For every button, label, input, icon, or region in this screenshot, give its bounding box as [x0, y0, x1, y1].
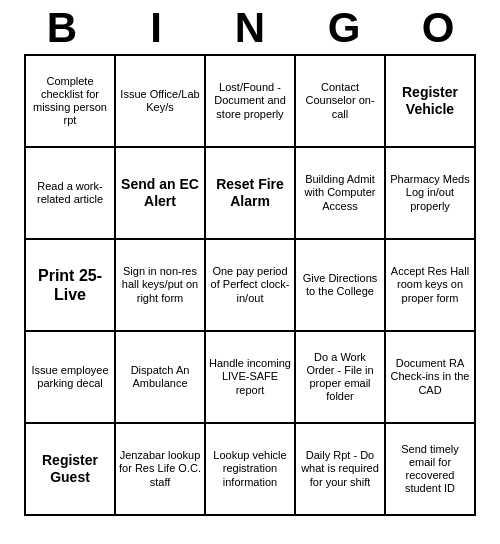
- cell-r1-c1: Send an EC Alert: [116, 148, 206, 240]
- cell-r3-c4: Document RA Check-ins in the CAD: [386, 332, 476, 424]
- cell-r0-c1: Issue Office/Lab Key/s: [116, 56, 206, 148]
- cell-r3-c2: Handle incoming LIVE-SAFE report: [206, 332, 296, 424]
- bingo-letter: B: [19, 4, 105, 52]
- cell-r1-c0: Read a work-related article: [26, 148, 116, 240]
- cell-r0-c4: Register Vehicle: [386, 56, 476, 148]
- cell-r4-c0: Register Guest: [26, 424, 116, 516]
- cell-r3-c1: Dispatch An Ambulance: [116, 332, 206, 424]
- cell-r4-c3: Daily Rpt - Do what is required for your…: [296, 424, 386, 516]
- cell-r2-c2: One pay period of Perfect clock-in/out: [206, 240, 296, 332]
- bingo-grid: Complete checklist for missing person rp…: [24, 54, 476, 516]
- cell-r2-c3: Give Directions to the College: [296, 240, 386, 332]
- bingo-letter: G: [301, 4, 387, 52]
- cell-r2-c1: Sign in non-res hall keys/put on right f…: [116, 240, 206, 332]
- cell-r0-c0: Complete checklist for missing person rp…: [26, 56, 116, 148]
- cell-r3-c0: Issue employee parking decal: [26, 332, 116, 424]
- cell-r1-c4: Pharmacy Meds Log in/out properly: [386, 148, 476, 240]
- cell-r4-c4: Send timely email for recovered student …: [386, 424, 476, 516]
- cell-r1-c2: Reset Fire Alarm: [206, 148, 296, 240]
- cell-r2-c0: Print 25-Live: [26, 240, 116, 332]
- bingo-letter: N: [207, 4, 293, 52]
- bingo-letter: O: [395, 4, 481, 52]
- cell-r2-c4: Accept Res Hall room keys on proper form: [386, 240, 476, 332]
- cell-r0-c3: Contact Counselor on-call: [296, 56, 386, 148]
- cell-r0-c2: Lost/Found -Document and store properly: [206, 56, 296, 148]
- bingo-header: BINGO: [15, 0, 485, 54]
- cell-r4-c2: Lookup vehicle registration information: [206, 424, 296, 516]
- cell-r4-c1: Jenzabar lookup for Res Life O.C. staff: [116, 424, 206, 516]
- cell-r3-c3: Do a Work Order - File in proper email f…: [296, 332, 386, 424]
- bingo-letter: I: [113, 4, 199, 52]
- cell-r1-c3: Building Admit with Computer Access: [296, 148, 386, 240]
